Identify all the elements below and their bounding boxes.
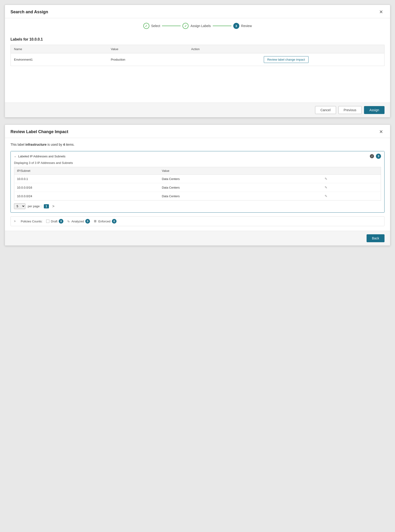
ip-value-col-header: Value [159, 167, 322, 175]
back-button[interactable]: Back [367, 234, 384, 242]
step-line-1 [162, 26, 181, 26]
shield-icon: ⛨ [94, 219, 97, 223]
step-review-label: Review [241, 24, 252, 28]
info-icon: i [370, 154, 374, 158]
col-name-header: Name [11, 45, 108, 53]
section-title: Labels for 10.0.0.1 [11, 37, 384, 41]
analyzed-count-badge: 0 [85, 219, 90, 224]
step-assign-labels: ✓ Assign Labels [182, 23, 211, 29]
value-cell: Data Centers [159, 192, 322, 200]
review-label-change-link[interactable]: Review label change impact [264, 56, 308, 63]
labeled-ip-title: Labeled IP Addresses and Subnets [18, 155, 368, 158]
modal2-header: Review Label Change Impact ✕ [5, 125, 390, 138]
value-cell: Data Centers [159, 183, 322, 192]
ip-subnet-col-header: IP/Subnet [14, 167, 159, 175]
impact-prefix: This label [11, 143, 25, 146]
cancel-button[interactable]: Cancel [315, 106, 336, 114]
value-cell: Data Centers [159, 175, 322, 183]
ip-cell: 10.0.0.1 [14, 175, 159, 183]
step-assign-labels-label: Assign Labels [190, 24, 211, 28]
draft-count-badge: 0 [59, 219, 63, 224]
ip-subnet-table: IP/Subnet Value 10.0.0.1 Data Centers ✎ … [14, 167, 381, 200]
impact-description: This label infrastructure is used by 4 i… [11, 143, 384, 146]
modal1-header: Search and Assign ✕ [5, 5, 390, 18]
modal2-close-button[interactable]: ✕ [378, 129, 384, 134]
step-line-2 [213, 26, 231, 26]
edit-icon[interactable]: ✎ [325, 186, 327, 189]
enforced-label: Enforced [98, 220, 110, 223]
per-page-select[interactable]: 5 10 25 [14, 203, 25, 209]
col-action-header: Action [188, 45, 384, 53]
enforced-count-badge: 0 [112, 219, 116, 224]
enforced-policy-item: ⛨ Enforced 0 [94, 219, 116, 224]
modal1-title: Search and Assign [11, 10, 48, 14]
search-and-assign-modal: Search and Assign ✕ ✓ Select ✓ Assign La… [5, 5, 390, 117]
labeled-ip-header[interactable]: ⌄ Labeled IP Addresses and Subnets i 3 [11, 151, 384, 161]
labeled-ip-section: ⌄ Labeled IP Addresses and Subnets i 3 D… [11, 151, 384, 213]
draft-label: Draft [51, 220, 57, 223]
display-count: Displaying 3 of 3 IP Addresses and Subne… [14, 161, 381, 165]
impact-suffix: items. [65, 143, 74, 146]
table-row: Environment1 Production Review label cha… [11, 53, 384, 66]
review-label-change-modal: Review Label Change Impact ✕ This label … [5, 124, 390, 246]
table-header-row: Name Value Action [11, 45, 384, 53]
ip-cell: 10.0.0.0/16 [14, 183, 159, 192]
policies-label: Policies Counts: [21, 220, 42, 223]
col-value-header: Value [107, 45, 188, 53]
analyzed-label: Analyzed [71, 220, 84, 223]
edit-icon[interactable]: ✎ [325, 177, 327, 181]
previous-button[interactable]: Previous [338, 106, 362, 114]
modal2-inner: This label infrastructure is used by 4 i… [5, 138, 390, 231]
modal1-body: Labels for 10.0.0.1 Name Value Action En… [5, 33, 390, 103]
edit-cell: ✎ [322, 175, 381, 183]
chevron-down-icon: ⌄ [14, 155, 16, 158]
labeled-ip-badge: 3 [376, 154, 381, 159]
ip-table-header-row: IP/Subnet Value [14, 167, 381, 175]
assign-button[interactable]: Assign [364, 106, 384, 114]
ip-table-row: 10.0.0.1 Data Centers ✎ [14, 175, 381, 183]
modal2-title: Review Label Change Impact [11, 129, 68, 134]
draft-policy-item: Draft 0 [46, 219, 63, 224]
row-value: Production [107, 53, 188, 66]
edit-icon[interactable]: ✎ [325, 194, 327, 198]
labels-table: Name Value Action Environment1 Productio… [11, 45, 384, 66]
current-page-badge: 1 [44, 204, 49, 208]
step-review-circle: 3 [233, 23, 239, 29]
draft-box-icon [46, 220, 49, 223]
step-select-label: Select [151, 24, 160, 28]
wave-icon: ∿ [67, 219, 70, 223]
modal1-footer: Cancel Previous Assign [5, 103, 390, 117]
expand-icon[interactable]: > [14, 220, 16, 223]
modal2-body: This label infrastructure is used by 4 i… [5, 138, 390, 231]
per-page-label: per page : [28, 205, 41, 208]
row-action: Review label change impact [188, 53, 384, 66]
modal2-footer: Back [5, 231, 390, 245]
stepper: ✓ Select ✓ Assign Labels 3 Review [5, 18, 390, 33]
ip-table-row: 10.0.0.0/16 Data Centers ✎ [14, 183, 381, 192]
next-page-button[interactable]: > [51, 204, 55, 209]
step-review: 3 Review [233, 23, 252, 29]
step-assign-labels-circle: ✓ [182, 23, 188, 29]
pagination-row: 5 10 25 per page : 1 > [14, 203, 381, 209]
row-name: Environment1 [11, 53, 108, 66]
modal1-close-button[interactable]: ✕ [378, 9, 384, 15]
labeled-ip-body: Displaying 3 of 3 IP Addresses and Subne… [11, 161, 384, 212]
step-select: ✓ Select [143, 23, 160, 29]
impact-label-name: infrastructure [25, 143, 47, 146]
ip-cell: 10.0.0.0/24 [14, 192, 159, 200]
edit-cell: ✎ [322, 192, 381, 200]
step-select-circle: ✓ [143, 23, 149, 29]
impact-middle: is used by [47, 143, 63, 146]
ip-table-row: 10.0.0.0/24 Data Centers ✎ [14, 192, 381, 200]
analyzed-policy-item: ∿ Analyzed 0 [67, 219, 90, 224]
ip-action-col-header [322, 167, 381, 175]
edit-cell: ✎ [322, 183, 381, 192]
policies-section: > Policies Counts: Draft 0 ∿ Analyzed 0 … [11, 216, 384, 226]
